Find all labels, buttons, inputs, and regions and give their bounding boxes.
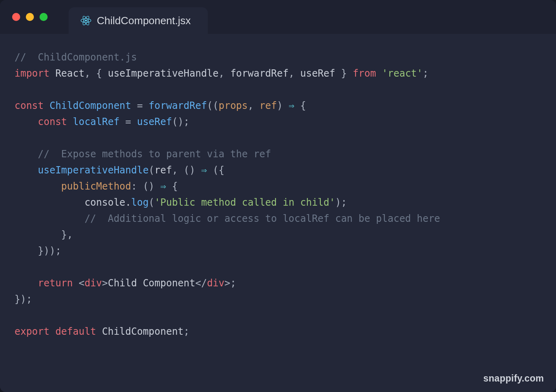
- code-token: [50, 326, 55, 337]
- code-token: ⇒: [288, 100, 294, 111]
- window-controls: [0, 13, 48, 21]
- code-token: >: [102, 277, 108, 289]
- code-token: ref: [155, 165, 172, 176]
- minimize-icon[interactable]: [26, 13, 34, 21]
- code-token: );: [335, 197, 347, 208]
- code-token: ChildComponent: [96, 326, 184, 337]
- code-token: useImperativeHandle: [108, 68, 219, 79]
- code-token: [15, 148, 38, 160]
- code-token: // Additional logic or access to localRe…: [84, 213, 440, 224]
- code-token: [15, 277, 38, 289]
- code-token: const: [38, 116, 67, 127]
- code-token: (: [148, 197, 154, 208]
- code-token: },: [61, 229, 73, 240]
- code-token: ,: [219, 68, 230, 79]
- code-token: useRef: [300, 68, 335, 79]
- code-token: ⇒: [160, 181, 166, 192]
- code-token: ;: [423, 68, 428, 79]
- code-token: ();: [172, 116, 189, 127]
- code-token: });: [15, 294, 32, 305]
- code-line: }));: [15, 243, 541, 259]
- code-token: (: [148, 165, 154, 176]
- code-token: }));: [38, 245, 61, 256]
- code-token: </: [195, 277, 207, 289]
- code-line: import React, { useImperativeHandle, for…: [15, 65, 541, 81]
- code-token: [15, 245, 38, 256]
- code-token: // Expose methods to parent via the ref: [38, 148, 271, 160]
- maximize-icon[interactable]: [40, 13, 48, 21]
- code-token: ref: [259, 100, 277, 111]
- code-line: [15, 259, 541, 275]
- code-token: Child Component: [108, 277, 195, 289]
- code-token: , (): [172, 165, 201, 176]
- code-line: useImperativeHandle(ref, () ⇒ ({: [15, 162, 541, 178]
- code-token: div: [207, 277, 224, 289]
- code-token: React: [50, 68, 85, 79]
- code-line: // ChildComponent.js: [15, 49, 541, 65]
- code-token: export: [15, 326, 50, 337]
- code-line: },: [15, 227, 541, 243]
- code-token: , {: [84, 68, 108, 79]
- code-token: [376, 68, 382, 79]
- code-line: [15, 81, 541, 98]
- code-editor[interactable]: // ChildComponent.jsimport React, { useI…: [0, 34, 556, 392]
- react-icon: [81, 15, 91, 26]
- code-token: [44, 100, 49, 111]
- code-token: default: [55, 326, 96, 337]
- code-line: publicMethod: () ⇒ {: [15, 178, 541, 194]
- code-token: forwardRef: [148, 100, 207, 111]
- code-token: ,: [288, 68, 300, 79]
- code-token: {: [166, 181, 178, 192]
- code-token: forwardRef: [230, 68, 289, 79]
- code-token: [131, 100, 137, 111]
- code-token: return: [38, 277, 73, 289]
- titlebar: ChildComponent.jsx: [0, 0, 556, 34]
- code-token: {: [295, 100, 306, 111]
- editor-window: ChildComponent.jsx // ChildComponent.jsi…: [0, 0, 556, 392]
- code-token: [15, 181, 61, 192]
- code-token: [119, 116, 125, 127]
- code-token: [15, 213, 84, 224]
- code-token: [15, 229, 61, 240]
- watermark-label: snappify.com: [483, 373, 544, 384]
- code-token: ((: [207, 100, 219, 111]
- code-line: [15, 130, 541, 146]
- code-line: // Additional logic or access to localRe…: [15, 211, 541, 227]
- code-line: });: [15, 291, 541, 307]
- code-token: <: [79, 277, 84, 289]
- code-token: publicMethod: [61, 181, 131, 192]
- code-token: =: [137, 100, 142, 111]
- code-token: import: [15, 68, 50, 79]
- code-token: [15, 116, 38, 127]
- code-token: localRef: [73, 116, 120, 127]
- code-token: 'Public method called in child': [155, 197, 335, 208]
- code-token: ⇒: [201, 165, 207, 176]
- code-token: log: [131, 197, 148, 208]
- code-line: console.log('Public method called in chi…: [15, 194, 541, 211]
- code-token: console.: [15, 197, 131, 208]
- code-token: 'react': [382, 68, 422, 79]
- code-token: ChildComponent: [50, 100, 131, 111]
- code-token: }: [335, 68, 353, 79]
- code-token: [143, 100, 148, 111]
- code-line: return <div>Child Component</div>;: [15, 275, 541, 291]
- code-token: ({: [207, 165, 224, 176]
- tab-title: ChildComponent.jsx: [97, 15, 191, 27]
- code-line: const ChildComponent = forwardRef((props…: [15, 98, 541, 114]
- file-tab[interactable]: ChildComponent.jsx: [69, 7, 208, 34]
- code-token: from: [353, 68, 376, 79]
- code-line: export default ChildComponent;: [15, 323, 541, 340]
- code-line: // Expose methods to parent via the ref: [15, 146, 541, 162]
- code-token: props: [219, 100, 248, 111]
- svg-point-0: [85, 20, 87, 22]
- code-line: const localRef = useRef();: [15, 114, 541, 130]
- code-token: [15, 165, 38, 176]
- code-token: // ChildComponent.js: [15, 52, 137, 63]
- code-token: div: [84, 277, 102, 289]
- code-token: ;: [184, 326, 189, 337]
- code-token: const: [15, 100, 44, 111]
- code-token: : (): [131, 181, 160, 192]
- code-line: [15, 307, 541, 323]
- code-token: ,: [248, 100, 259, 111]
- close-icon[interactable]: [12, 13, 20, 21]
